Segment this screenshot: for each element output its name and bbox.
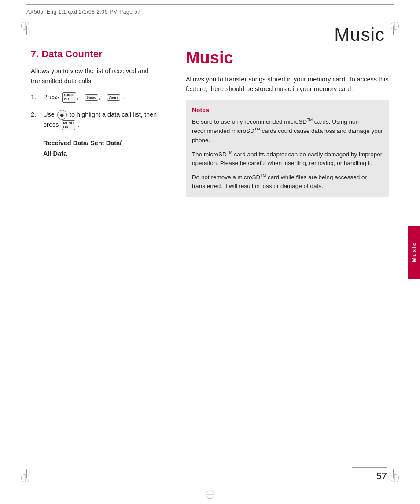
notes-paragraph-2: The microSDTM card and its adapter can b…	[192, 150, 383, 168]
page-number-line	[352, 467, 387, 468]
6mno-button-icon: 6 mno	[85, 94, 98, 101]
step-1-content: Press MENUOK, 6 mno, 7 pqrs .	[43, 92, 168, 103]
reg-mark-tl	[20, 21, 30, 31]
reg-mark-bl	[20, 473, 30, 483]
music-intro: Allows you to transfer songs stored in y…	[186, 74, 389, 94]
notes-box: Notes Be sure to use only recommended mi…	[186, 100, 389, 197]
reg-mark-bc	[205, 490, 215, 500]
notes-paragraph-1: Be sure to use only recommended microSDT…	[192, 117, 383, 145]
reg-mark-br	[390, 473, 400, 483]
page-number-area: 57	[352, 467, 387, 482]
data-list-items: Received Data/ Sent Data/All Data	[43, 138, 168, 158]
side-tab: Music	[408, 226, 420, 279]
music-section-heading: Music	[186, 48, 389, 67]
side-tab-label: Music	[411, 242, 417, 262]
notes-label: Notes	[192, 107, 383, 114]
notes-paragraph-3: Do not remove a microSDTM card while fil…	[192, 173, 383, 191]
nav-button-icon: ◆	[57, 110, 67, 120]
header-bar: AX565_Eng 1.1.qxd 2/1/08 2:06 PM Page 57	[26, 4, 394, 15]
header-filename: AX565_Eng 1.1.qxd 2/1/08 2:06 PM Page 57	[26, 9, 141, 15]
menu-ok-button-icon-2: MENUOK	[62, 120, 76, 131]
left-column: 7. Data Counter Allows you to view the l…	[31, 48, 181, 460]
step-2: 2. Use ◆ to highlight a data call list, …	[31, 110, 168, 130]
section-heading-data-counter: 7. Data Counter	[31, 48, 168, 60]
page-number: 57	[352, 471, 387, 482]
step-1-num: 1.	[31, 92, 43, 102]
step-2-num: 2.	[31, 110, 43, 119]
right-column: Music Allows you to transfer songs store…	[181, 48, 389, 460]
reg-mark-tr	[390, 21, 400, 31]
menu-ok-button-icon: MENUOK	[62, 92, 76, 103]
7pqrs-button-icon: 7 pqrs	[107, 94, 120, 101]
content-area: 7. Data Counter Allows you to view the l…	[31, 48, 389, 460]
data-counter-intro: Allows you to view the list of received …	[31, 66, 168, 86]
page-title-main: Music	[334, 24, 385, 45]
step-2-content: Use ◆ to highlight a data call list, the…	[43, 110, 168, 130]
step-1: 1. Press MENUOK, 6 mno, 7 pqrs .	[31, 92, 168, 103]
